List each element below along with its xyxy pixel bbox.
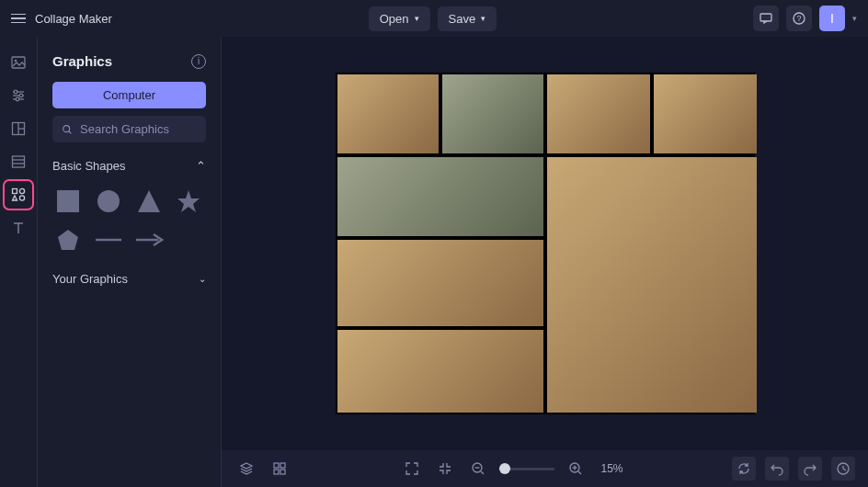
help-button[interactable]: ?: [786, 6, 812, 31]
comments-button[interactable]: [753, 6, 779, 31]
chevron-down-icon: ▾: [415, 14, 419, 23]
sliders-icon: [10, 87, 27, 104]
bottom-bar: 15%: [222, 450, 868, 487]
undo-button[interactable]: [765, 457, 789, 481]
info-icon[interactable]: i: [191, 54, 206, 69]
chevron-down-icon: ⌄: [199, 274, 206, 284]
collage-canvas[interactable]: [336, 73, 755, 414]
search-graphics[interactable]: [52, 116, 206, 142]
svg-rect-28: [274, 470, 279, 474]
rail-graphics[interactable]: [6, 182, 31, 208]
text-icon: [10, 220, 27, 236]
shape-circle[interactable]: [93, 186, 124, 217]
open-label: Open: [380, 12, 409, 26]
shape-pentagon[interactable]: [52, 224, 84, 255]
layers-icon: [239, 461, 254, 476]
zoom-out-button[interactable]: [466, 457, 490, 481]
collage-tile[interactable]: [442, 74, 543, 153]
svg-line-21: [69, 130, 72, 133]
zoom-value: 15%: [600, 462, 622, 475]
collage-tile[interactable]: [337, 157, 543, 236]
shape-square[interactable]: [52, 186, 84, 217]
shape-triangle[interactable]: [133, 186, 165, 217]
svg-point-20: [63, 125, 70, 131]
tool-rail: [0, 37, 38, 487]
svg-point-4: [15, 60, 17, 62]
rail-layout[interactable]: [6, 116, 31, 142]
app-title: Collage Maker: [35, 12, 112, 26]
shape-line[interactable]: [93, 224, 124, 255]
history-icon: [836, 461, 851, 476]
svg-line-32: [481, 471, 484, 474]
zoom-out-icon: [471, 461, 485, 476]
collage-tile[interactable]: [337, 240, 543, 326]
svg-point-23: [97, 190, 120, 212]
chevron-down-icon: ▾: [481, 14, 485, 23]
graphics-icon: [10, 187, 27, 203]
layout-icon: [10, 120, 27, 137]
search-input[interactable]: [80, 122, 197, 136]
shape-star[interactable]: [173, 186, 204, 217]
layers-button[interactable]: [234, 457, 258, 481]
compress-icon: [438, 461, 452, 476]
save-button[interactable]: Save ▾: [438, 6, 497, 31]
svg-text:?: ?: [796, 14, 801, 23]
basic-shapes-label: Basic Shapes: [52, 159, 126, 173]
svg-point-19: [19, 196, 24, 200]
search-icon: [62, 123, 73, 136]
your-graphics-label: Your Graphics: [52, 272, 128, 286]
basic-shapes-header[interactable]: Basic Shapes ⌃: [52, 155, 206, 176]
shape-arrow[interactable]: [133, 224, 165, 255]
svg-rect-0: [760, 14, 771, 21]
fullscreen-button[interactable]: [400, 457, 424, 481]
open-button[interactable]: Open ▾: [369, 6, 430, 31]
save-label: Save: [449, 12, 476, 26]
rail-text[interactable]: [6, 215, 31, 241]
svg-rect-22: [57, 190, 79, 212]
your-graphics-header[interactable]: Your Graphics ⌄: [52, 268, 206, 289]
redo-icon: [803, 461, 817, 476]
svg-point-10: [16, 97, 19, 101]
chevron-up-icon: ⌃: [196, 159, 206, 173]
rail-templates[interactable]: [6, 149, 31, 175]
help-icon: ?: [792, 11, 806, 26]
canvas-viewport[interactable]: [222, 37, 868, 450]
zoom-slider[interactable]: [499, 468, 554, 470]
graphics-panel: Graphics i Computer Basic Shapes ⌃ Your …: [38, 37, 222, 487]
svg-point-6: [14, 90, 17, 94]
collage-tile[interactable]: [547, 74, 650, 153]
redo-button[interactable]: [798, 457, 822, 481]
collage-tile[interactable]: [547, 157, 757, 413]
computer-button[interactable]: Computer: [52, 82, 206, 108]
grid-button[interactable]: [268, 457, 291, 481]
image-icon: [10, 54, 27, 71]
svg-rect-26: [274, 463, 279, 468]
fit-button[interactable]: [433, 457, 457, 481]
svg-rect-27: [280, 463, 285, 468]
collage-tile[interactable]: [337, 330, 543, 413]
collage-tile[interactable]: [654, 74, 757, 153]
grid-icon: [272, 461, 287, 476]
svg-line-36: [578, 471, 581, 474]
table-icon: [10, 153, 27, 170]
history-button[interactable]: [831, 457, 855, 481]
compare-button[interactable]: [732, 457, 756, 481]
zoom-in-icon: [568, 461, 583, 476]
rail-adjust[interactable]: [6, 83, 31, 108]
panel-title: Graphics: [52, 53, 112, 69]
collage-tile[interactable]: [337, 74, 439, 153]
refresh-icon: [737, 461, 751, 476]
svg-rect-29: [280, 470, 285, 474]
svg-point-8: [19, 94, 23, 97]
rail-image[interactable]: [6, 50, 31, 75]
chevron-down-icon[interactable]: ▾: [852, 14, 857, 23]
undo-icon: [770, 461, 784, 476]
svg-point-18: [19, 188, 24, 193]
user-avatar[interactable]: I: [819, 6, 845, 31]
comment-icon: [759, 11, 773, 26]
slider-thumb[interactable]: [499, 463, 510, 474]
menu-button[interactable]: [11, 14, 26, 24]
zoom-in-button[interactable]: [564, 457, 588, 481]
expand-icon: [405, 461, 419, 476]
svg-rect-17: [13, 189, 17, 194]
